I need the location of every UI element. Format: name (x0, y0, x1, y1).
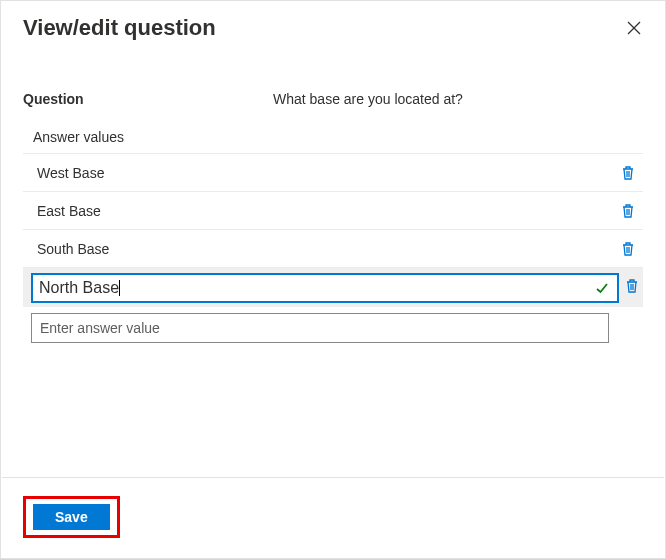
save-button-highlight: Save (23, 496, 120, 538)
trash-icon (621, 203, 635, 219)
checkmark-icon (595, 281, 609, 295)
answer-edit-value: North Base (39, 279, 119, 297)
question-row: Question What base are you located at? (23, 91, 643, 107)
answer-row: South Base (23, 229, 643, 267)
close-icon (627, 21, 641, 35)
confirm-edit-button[interactable] (593, 281, 611, 295)
answer-values-list: West Base East Base South Base No (23, 153, 643, 349)
answer-row: East Base (23, 191, 643, 229)
panel-footer: Save (23, 496, 120, 538)
answer-value-text[interactable]: South Base (37, 241, 617, 257)
text-caret (119, 280, 120, 296)
question-text: What base are you located at? (273, 91, 463, 107)
answer-row-editing: North Base (23, 267, 643, 307)
delete-answer-button[interactable] (617, 203, 639, 219)
footer-divider (2, 477, 664, 478)
trash-icon (625, 278, 639, 294)
new-answer-input[interactable] (40, 320, 600, 336)
delete-answer-button[interactable] (617, 241, 639, 257)
answer-value-text[interactable]: East Base (37, 203, 617, 219)
panel-header: View/edit question (1, 1, 665, 45)
trash-icon (621, 165, 635, 181)
close-button[interactable] (625, 19, 643, 37)
new-answer-row (23, 307, 643, 349)
answer-value-text[interactable]: West Base (37, 165, 617, 181)
panel-title: View/edit question (23, 15, 216, 41)
answer-row: West Base (23, 153, 643, 191)
panel-body: Question What base are you located at? A… (1, 45, 665, 349)
answer-edit-field[interactable]: North Base (31, 273, 619, 303)
answer-values-label: Answer values (33, 129, 643, 145)
trash-icon (621, 241, 635, 257)
question-label: Question (23, 91, 273, 107)
new-answer-field-wrap (31, 313, 609, 343)
save-button[interactable]: Save (33, 504, 110, 530)
delete-answer-button[interactable] (625, 278, 639, 298)
delete-answer-button[interactable] (617, 165, 639, 181)
edit-question-panel: View/edit question Question What base ar… (0, 0, 666, 559)
